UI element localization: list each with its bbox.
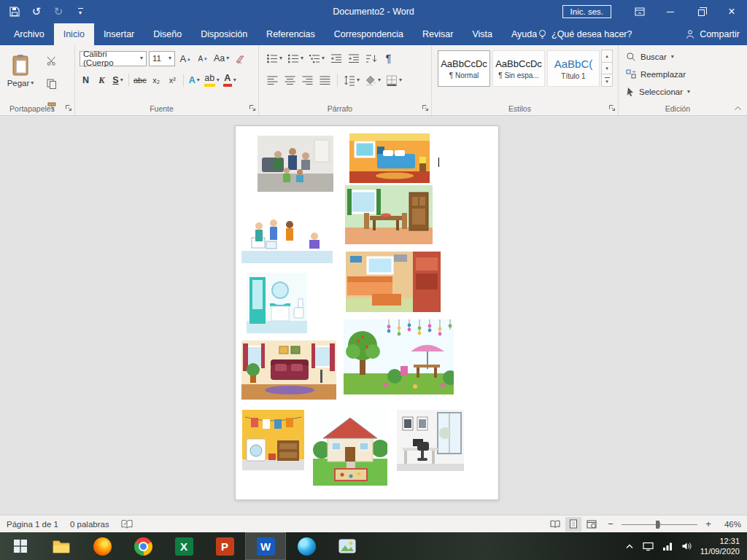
word-button[interactable]: W — [245, 532, 286, 560]
zoom-slider[interactable] — [622, 519, 697, 529]
tray-network-button[interactable] — [662, 542, 673, 551]
tab-archivo[interactable]: Archivo — [4, 23, 54, 45]
tab-correspondencia[interactable]: Correspondencia — [325, 23, 413, 45]
tray-device-button[interactable] — [643, 542, 654, 551]
laundry-room-clipart[interactable] — [242, 410, 304, 470]
family-room-photo[interactable] — [258, 136, 333, 192]
living-room-clipart[interactable] — [241, 341, 336, 400]
ribbon-display-options-button[interactable] — [624, 0, 655, 23]
change-case-button[interactable]: Aa▾ — [212, 50, 231, 66]
superscript-button[interactable]: x² — [165, 72, 180, 88]
tab-insertar[interactable]: Insertar — [94, 23, 144, 45]
customize-quick-access-button[interactable]: ▾ — [71, 3, 89, 20]
sign-in-button[interactable]: Inic. ses. — [562, 5, 611, 18]
copy-button[interactable] — [44, 76, 59, 92]
close-button[interactable]: × — [716, 0, 747, 23]
find-button[interactable]: Buscar ▾ — [626, 52, 674, 62]
line-spacing-button[interactable]: ▾ — [342, 72, 361, 88]
minimize-button[interactable] — [655, 0, 686, 23]
redo-button[interactable]: ↻ — [50, 3, 67, 20]
read-mode-button[interactable] — [547, 517, 563, 532]
tab-referencias[interactable]: Referencias — [257, 23, 325, 45]
styles-gallery-more-button[interactable]: ▾ — [601, 74, 613, 87]
borders-button[interactable]: ▾ — [384, 72, 403, 88]
zoom-out-button[interactable]: − — [605, 518, 616, 529]
tell-me-box[interactable]: ¿Qué desea hacer? — [538, 23, 632, 45]
tray-expand-button[interactable] — [625, 543, 634, 549]
undo-button[interactable]: ↺ — [28, 3, 45, 20]
paste-button[interactable]: Pegar▾ — [4, 49, 37, 107]
taskbar-clock[interactable]: 12:31 11/09/2020 — [700, 536, 740, 557]
multilevel-list-button[interactable]: ▾ — [307, 50, 326, 66]
sort-button[interactable] — [363, 50, 379, 66]
tab-disposicion[interactable]: Disposición — [191, 23, 257, 45]
highlight-color-button[interactable]: ab▾ — [203, 72, 221, 88]
style-normal[interactable]: AaBbCcDc ¶ Normal — [438, 50, 490, 87]
kids-playing-clipart[interactable] — [241, 207, 333, 263]
garden-clipart[interactable] — [344, 319, 454, 394]
bathroom-clipart[interactable] — [247, 273, 307, 333]
share-button[interactable]: Compartir — [685, 23, 740, 45]
zoom-percentage[interactable]: 46% — [719, 520, 741, 529]
style-no-spacing[interactable]: AaBbCcDc ¶ Sin espa... — [492, 50, 545, 87]
clear-formatting-button[interactable] — [233, 50, 248, 66]
restore-button[interactable] — [686, 0, 716, 23]
justify-button[interactable] — [317, 72, 333, 88]
tab-revisar[interactable]: Revisar — [413, 23, 462, 45]
tab-inicio[interactable]: Inicio — [54, 23, 94, 45]
start-button[interactable] — [0, 532, 41, 560]
underline-button[interactable]: S▾ — [110, 72, 125, 88]
powerpoint-button[interactable]: P — [204, 532, 245, 560]
italic-button[interactable]: K — [94, 72, 109, 88]
bold-button[interactable]: N — [78, 72, 93, 88]
decrease-indent-button[interactable] — [328, 50, 344, 66]
page-indicator[interactable]: Página 1 de 1 — [7, 520, 58, 529]
tab-vista[interactable]: Vista — [462, 23, 502, 45]
strikethrough-button[interactable]: abc — [132, 72, 148, 88]
align-left-button[interactable] — [265, 72, 280, 88]
increase-indent-button[interactable] — [346, 50, 361, 66]
styles-scroll-up-button[interactable]: ▴ — [601, 50, 613, 63]
subscript-button[interactable]: x₂ — [149, 72, 164, 88]
photos-button[interactable] — [327, 532, 368, 560]
word-count[interactable]: 0 palabras — [70, 520, 109, 529]
kitchen-clipart[interactable] — [346, 252, 441, 312]
grow-font-button[interactable]: A▴ — [177, 50, 193, 66]
style-heading-1[interactable]: AaBbC( Título 1 — [547, 50, 600, 87]
shrink-font-button[interactable]: A▾ — [195, 50, 210, 66]
bedroom-clipart[interactable] — [349, 133, 430, 183]
select-button[interactable]: Seleccionar ▾ — [626, 87, 690, 96]
align-right-button[interactable] — [300, 72, 315, 88]
print-layout-button[interactable] — [565, 517, 581, 532]
document-page[interactable] — [235, 125, 499, 500]
save-button[interactable] — [6, 3, 23, 20]
edge-button[interactable] — [286, 532, 327, 560]
clipboard-dialog-launcher[interactable] — [65, 104, 72, 112]
zoom-in-button[interactable]: + — [703, 518, 713, 529]
bullets-button[interactable]: ▾ — [265, 50, 284, 66]
styles-dialog-launcher[interactable] — [608, 104, 616, 112]
zoom-slider-thumb[interactable] — [656, 521, 659, 529]
shading-button[interactable]: ▾ — [363, 72, 382, 88]
text-effects-button[interactable]: A▾ — [187, 72, 202, 88]
chrome-button[interactable] — [123, 532, 163, 560]
font-name-combo[interactable]: Calibri (Cuerpo ▾ — [80, 51, 147, 66]
proofing-button[interactable] — [121, 519, 133, 529]
font-color-button[interactable]: A▾ — [222, 72, 238, 88]
file-explorer-button[interactable] — [41, 532, 82, 560]
show-marks-button[interactable]: ¶ — [381, 50, 396, 66]
document-area[interactable] — [0, 117, 747, 515]
tray-volume-button[interactable] — [681, 542, 692, 551]
firefox-button[interactable] — [82, 532, 123, 560]
font-size-combo[interactable]: 11 ▾ — [149, 51, 175, 66]
replace-button[interactable]: Reemplazar — [626, 69, 686, 79]
paragraph-dialog-launcher[interactable] — [422, 104, 429, 112]
collapse-ribbon-button[interactable] — [734, 106, 742, 111]
styles-scroll-down-button[interactable]: ▾ — [601, 62, 613, 75]
numbering-button[interactable]: ▾ — [286, 50, 305, 66]
dining-room-clipart[interactable] — [345, 185, 433, 244]
office-clipart[interactable] — [397, 410, 464, 471]
excel-button[interactable]: X — [163, 532, 204, 560]
tab-diseno[interactable]: Diseño — [144, 23, 191, 45]
house-exterior-clipart[interactable] — [313, 406, 387, 486]
